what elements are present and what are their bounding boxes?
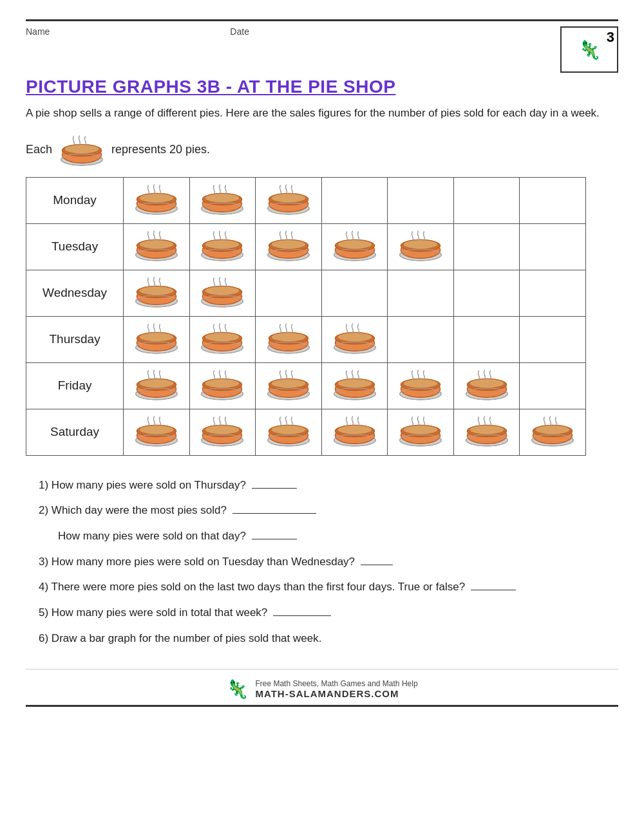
day-label-saturday: Saturday [26, 409, 124, 455]
pie-cell-friday-1 [124, 362, 190, 409]
pie-cell-saturday-6 [453, 409, 520, 455]
intro-text: A pie shop sells a range of different pi… [26, 105, 618, 122]
pie-cell-monday-6 [453, 177, 520, 223]
question-3: 3) How many more pies were sold on Tuesd… [39, 550, 618, 574]
pie-cell-thursday-3 [256, 316, 322, 362]
answer-blank-1[interactable] [252, 488, 297, 489]
pie-cell-saturday-4 [321, 409, 388, 455]
pie-cell-wednesday-5 [388, 270, 454, 316]
pie-cell-saturday-1 [124, 409, 190, 455]
pie-cell-tuesday-3 [256, 223, 322, 270]
pie-cell-friday-3 [256, 362, 322, 409]
day-label-monday: Monday [26, 177, 124, 223]
pie-cell-thursday-4 [321, 316, 388, 362]
answer-blank-5[interactable] [273, 615, 331, 616]
pie-cell-wednesday-1 [124, 270, 190, 316]
pie-cell-tuesday-5 [388, 223, 454, 270]
day-label-tuesday: Tuesday [26, 223, 124, 270]
pie-cell-wednesday-7 [520, 270, 586, 316]
question-5: 5) How many pies were sold in total that… [39, 601, 618, 624]
pie-cell-tuesday-1 [124, 223, 190, 270]
legend-each: Each [26, 143, 52, 156]
page-title: PICTURE GRAPHS 3B - AT THE PIE SHOP [26, 77, 618, 97]
question-2: 2) Which day were the most pies sold? [39, 499, 618, 522]
pie-cell-wednesday-2 [189, 270, 256, 316]
pie-cell-tuesday-4 [321, 223, 388, 270]
pie-cell-monday-7 [520, 177, 586, 223]
name-label: Name [26, 26, 50, 37]
pie-cell-monday-4 [321, 177, 388, 223]
answer-blank-3[interactable] [361, 565, 393, 565]
pie-cell-thursday-6 [453, 316, 520, 362]
pie-cell-wednesday-3 [256, 270, 322, 316]
pie-cell-friday-7 [520, 362, 586, 409]
pie-cell-saturday-5 [388, 409, 454, 455]
footer-tagline: Free Math Sheets, Math Games and Math He… [255, 679, 417, 688]
pie-cell-thursday-1 [124, 316, 190, 362]
pie-cell-thursday-5 [388, 316, 454, 362]
question-4: 4) There were more pies sold on the last… [39, 576, 618, 599]
pie-cell-tuesday-7 [520, 223, 586, 270]
pie-cell-wednesday-6 [453, 270, 520, 316]
legend-pie-icon [59, 133, 105, 167]
pie-cell-friday-2 [189, 362, 256, 409]
answer-blank-2a[interactable] [232, 513, 316, 514]
question-6: 6) Draw a bar graph for the number of pi… [39, 627, 618, 650]
pie-cell-tuesday-6 [453, 223, 520, 270]
pie-cell-wednesday-4 [321, 270, 388, 316]
pie-cell-friday-4 [321, 362, 388, 409]
legend-row: Each represents 20 pies. [26, 133, 618, 167]
pie-cell-thursday-7 [520, 316, 586, 362]
question-1: 1) How many pies were sold on Thursday? [39, 474, 618, 497]
question-2-sub: How many pies were sold on that day? [58, 525, 618, 548]
day-label-friday: Friday [26, 362, 124, 409]
day-label-thursday: Thursday [26, 316, 124, 362]
pie-cell-friday-5 [388, 362, 454, 409]
footer-salamander-icon: 🦎 [226, 679, 249, 700]
pie-cell-tuesday-2 [189, 223, 256, 270]
day-label-wednesday: Wednesday [26, 270, 124, 316]
pie-cell-monday-1 [124, 177, 190, 223]
date-label: Date [230, 26, 249, 37]
picture-graph-table: MondayTuesdayWednesdayThursdayFridaySatu… [26, 177, 586, 456]
pie-cell-saturday-7 [520, 409, 586, 455]
answer-blank-4[interactable] [471, 590, 516, 590]
footer-site: MATH-SALAMANDERS.COM [255, 688, 417, 699]
pie-cell-thursday-2 [189, 316, 256, 362]
pie-cell-friday-6 [453, 362, 520, 409]
logo-box: 3 🦎 [560, 26, 618, 73]
pie-cell-saturday-2 [189, 409, 256, 455]
footer: 🦎 Free Math Sheets, Math Games and Math … [26, 669, 618, 700]
logo-salamander-icon: 🦎 [578, 39, 601, 61]
questions-section: 1) How many pies were sold on Thursday? … [39, 474, 618, 650]
pie-cell-monday-5 [388, 177, 454, 223]
pie-cell-saturday-3 [256, 409, 322, 455]
answer-blank-2b[interactable] [252, 539, 297, 539]
pie-cell-monday-3 [256, 177, 322, 223]
pie-cell-monday-2 [189, 177, 256, 223]
logo-number: 3 [607, 29, 614, 46]
legend-represents: represents 20 pies. [111, 143, 210, 156]
